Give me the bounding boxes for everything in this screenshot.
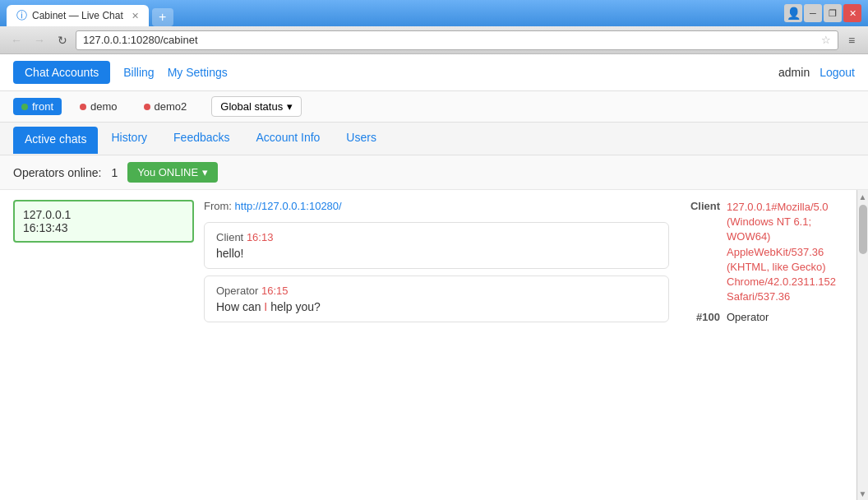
scrollbar[interactable]: ▲ ▼: [856, 190, 868, 500]
content-area: 127.0.0.1 16:13:43 From: http://127.0.0.…: [0, 190, 856, 500]
operator-text-before: How can: [216, 300, 264, 313]
scroll-down-arrow[interactable]: ▼: [857, 487, 868, 500]
demo-account-tab[interactable]: demo: [72, 98, 126, 115]
tab-icon: ⓘ: [16, 8, 27, 23]
chat-list-item[interactable]: 127.0.0.1 16:13:43: [13, 200, 194, 243]
scroll-up-arrow[interactable]: ▲: [857, 190, 868, 203]
account-tabs-bar: front demo demo2 Global status ▾: [0, 91, 868, 123]
operators-bar: Operators online: 1 You ONLINE ▾: [0, 155, 868, 190]
global-status-dropdown-icon: ▾: [287, 100, 293, 113]
client-info-panel: Client 127.0.0.1#Mozilla/5.0 (Windows NT…: [679, 200, 843, 490]
tab-close-icon[interactable]: ✕: [132, 11, 139, 21]
tab-feedbacks[interactable]: Feedbacks: [160, 123, 242, 155]
client-info-client-row: Client 127.0.0.1#Mozilla/5.0 (Windows NT…: [679, 200, 843, 304]
from-line: From: http://127.0.0.1:10280/: [204, 200, 669, 212]
demo-label: demo: [90, 100, 118, 113]
operator-message-time: 16:15: [261, 285, 289, 297]
tab-label: Cabinet — Live Chat: [32, 10, 123, 21]
chat-ip: 127.0.0.1: [23, 208, 184, 221]
scroll-track[interactable]: [857, 203, 868, 487]
chat-messages: From: http://127.0.0.1:10280/ Client 16:…: [204, 200, 669, 490]
operator-text-after: help you?: [267, 300, 321, 313]
operator-label-text: Operator: [216, 285, 258, 297]
client-message-text: hello!: [216, 247, 657, 260]
front-account-tab[interactable]: front: [13, 98, 62, 115]
tab-bar: ⓘ Cabinet — Live Chat ✕ +: [7, 0, 173, 26]
refresh-button[interactable]: ↻: [53, 30, 72, 50]
address-text: 127.0.0.1:10280/cabinet: [83, 34, 198, 46]
operators-online-label: Operators online:: [13, 166, 101, 179]
client-info-operator-row: #100 Operator: [679, 311, 843, 323]
front-label: front: [32, 100, 53, 113]
client-message-bubble: Client 16:13 hello!: [204, 222, 669, 269]
online-dropdown-icon: ▾: [202, 166, 208, 178]
my-settings-link[interactable]: My Settings: [168, 66, 228, 79]
you-online-button[interactable]: You ONLINE ▾: [127, 162, 218, 183]
main-tabs-bar: Active chats History Feedbacks Account I…: [0, 123, 868, 155]
client-label: Client: [216, 231, 243, 243]
profile-icon: 👤: [787, 7, 801, 20]
nav-bar: ← → ↻ 127.0.0.1:10280/cabinet ☆ ≡: [0, 26, 868, 54]
forward-button[interactable]: →: [30, 30, 49, 50]
online-btn-label: You ONLINE: [137, 166, 198, 178]
demo2-label: demo2: [155, 100, 187, 113]
profile-button[interactable]: 👤: [784, 4, 802, 22]
operator-message-text: How can I help you?: [216, 300, 657, 313]
chat-accounts-button[interactable]: Chat Accounts: [13, 61, 110, 84]
demo-status-dot: [80, 104, 86, 110]
tab-history[interactable]: History: [98, 123, 160, 155]
star-icon[interactable]: ☆: [821, 34, 831, 46]
admin-label: admin: [778, 66, 810, 79]
title-bar: ⓘ Cabinet — Live Chat ✕ + 👤 ─ ❐ ✕: [0, 0, 868, 26]
page: Chat Accounts Billing My Settings admin …: [0, 54, 868, 500]
global-status-dropdown[interactable]: Global status ▾: [211, 96, 302, 117]
client-message-time: 16:13: [247, 231, 274, 243]
address-bar[interactable]: 127.0.0.1:10280/cabinet ☆: [76, 30, 838, 50]
client-message-label: Client 16:13: [216, 231, 657, 243]
tab-account-info[interactable]: Account Info: [243, 123, 334, 155]
client-info-operator-value: Operator: [727, 311, 769, 323]
from-url[interactable]: http://127.0.0.1:10280/: [235, 200, 342, 212]
demo2-account-tab[interactable]: demo2: [136, 98, 196, 115]
back-button[interactable]: ←: [7, 30, 26, 50]
top-menu: Chat Accounts Billing My Settings admin …: [0, 54, 868, 91]
chat-time: 16:13:43: [23, 221, 184, 234]
tab-users[interactable]: Users: [333, 123, 390, 155]
restore-button[interactable]: ❐: [824, 4, 842, 22]
new-tab-button[interactable]: +: [152, 8, 173, 26]
billing-link[interactable]: Billing: [123, 66, 154, 79]
logout-link[interactable]: Logout: [820, 66, 855, 79]
operator-message-label: Operator 16:15: [216, 285, 657, 297]
front-status-dot: [21, 104, 28, 110]
minimize-button[interactable]: ─: [804, 4, 822, 22]
operators-count: 1: [111, 166, 118, 179]
from-label: From:: [204, 200, 232, 212]
close-button[interactable]: ✕: [843, 4, 861, 22]
operator-message-bubble: Operator 16:15 How can I help you?: [204, 275, 669, 322]
active-tab[interactable]: ⓘ Cabinet — Live Chat ✕: [7, 5, 149, 26]
client-info-client-label: Client: [679, 200, 720, 304]
window-controls: 👤 ─ ❐ ✕: [784, 4, 861, 22]
chat-list: 127.0.0.1 16:13:43: [13, 200, 194, 490]
client-info-id-label: #100: [679, 311, 720, 323]
scroll-thumb[interactable]: [859, 205, 867, 254]
client-info-client-value: 127.0.0.1#Mozilla/5.0 (Windows NT 6.1; W…: [727, 200, 843, 304]
more-button[interactable]: ≡: [842, 30, 861, 50]
demo2-status-dot: [144, 104, 150, 110]
tab-active-chats[interactable]: Active chats: [13, 127, 98, 154]
global-status-label: Global status: [220, 100, 283, 113]
top-menu-right: admin Logout: [778, 66, 855, 79]
